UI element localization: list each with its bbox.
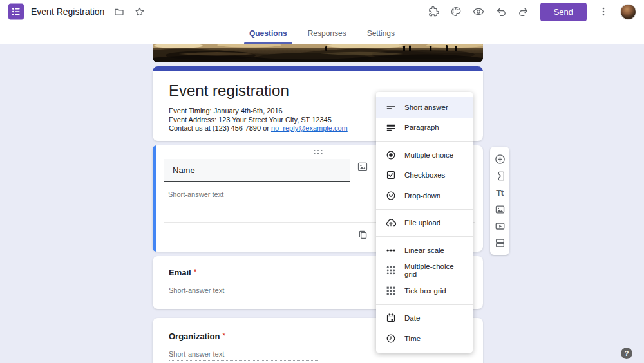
import-questions-icon[interactable]	[494, 170, 506, 182]
paragraph-icon	[386, 122, 396, 133]
menu-divider	[376, 141, 473, 142]
add-question-icon[interactable]	[494, 153, 506, 165]
duplicate-icon[interactable]	[357, 229, 368, 240]
theme-color-bar	[153, 66, 483, 71]
redo-icon[interactable]	[518, 6, 529, 17]
undo-icon[interactable]	[495, 6, 507, 17]
menu-item-label: Paragraph	[404, 124, 439, 131]
menu-item-linear-scale[interactable]: Linear scale	[376, 240, 473, 261]
menu-item-time[interactable]: Time	[376, 328, 473, 349]
menu-item-label: Multiple choice	[404, 151, 453, 159]
preview-eye-icon[interactable]	[473, 6, 484, 17]
menu-item-paragraph[interactable]: Paragraph	[376, 118, 473, 138]
menu-divider	[376, 304, 473, 305]
menu-item-multiple-choice-grid[interactable]: Multiple-choice grid	[376, 261, 473, 281]
folder-icon[interactable]	[113, 6, 125, 17]
answer-underline	[169, 360, 318, 361]
menu-item-short-answer[interactable]: Short answer	[376, 97, 473, 118]
active-question-indicator	[153, 145, 156, 252]
required-asterisk: *	[194, 268, 197, 277]
add-title-description-icon[interactable]: Tt	[494, 187, 506, 198]
menu-divider	[376, 209, 473, 210]
question-label: Email	[169, 268, 191, 277]
add-section-icon[interactable]	[494, 237, 506, 248]
menu-item-label: Multiple-choice grid	[404, 263, 463, 278]
add-image-icon[interactable]	[494, 203, 506, 215]
contact-email-link[interactable]: no_reply@example.com	[271, 124, 348, 132]
top-app-bar: Event Registration	[0, 0, 644, 23]
tab-settings[interactable]: Settings	[359, 23, 402, 44]
time-icon	[386, 333, 396, 344]
menu-item-label: Tick box grid	[404, 287, 446, 295]
question-label: Organization	[169, 331, 220, 341]
add-image-icon[interactable]	[357, 161, 368, 172]
menu-item-label: Linear scale	[404, 247, 444, 254]
addons-puzzle-icon[interactable]	[428, 6, 439, 17]
question-title-input[interactable]: Name	[164, 159, 350, 182]
document-title[interactable]: Event Registration	[31, 6, 104, 17]
menu-item-label: Short answer	[404, 104, 448, 111]
question-type-menu: Short answer Paragraph Multiple choice C…	[376, 92, 473, 353]
drop-down-icon	[386, 191, 396, 201]
menu-item-label: Date	[404, 314, 420, 322]
answer-underline	[168, 201, 317, 201]
tab-responses[interactable]: Responses	[300, 23, 354, 44]
file-upload-icon	[386, 218, 396, 228]
account-avatar[interactable]	[620, 4, 636, 20]
multiple-choice-grid-icon	[386, 265, 396, 275]
help-button[interactable]: ?	[621, 348, 632, 359]
menu-item-checkboxes[interactable]: Checkboxes	[376, 165, 473, 186]
add-video-icon[interactable]	[494, 220, 506, 232]
menu-item-label: Checkboxes	[404, 171, 445, 179]
date-icon	[386, 313, 396, 323]
form-header-image[interactable]	[153, 44, 483, 62]
drag-handle-icon[interactable]	[313, 149, 323, 155]
menu-item-label: Time	[404, 335, 421, 342]
answer-placeholder: Short-answer text	[168, 191, 223, 198]
tick-box-grid-icon	[386, 286, 396, 296]
menu-item-multiple-choice[interactable]: Multiple choice	[376, 145, 473, 165]
menu-item-tick-box-grid[interactable]: Tick box grid	[376, 281, 473, 301]
tab-questions[interactable]: Questions	[242, 23, 295, 44]
multiple-choice-icon	[386, 150, 396, 160]
menu-item-drop-down[interactable]: Drop-down	[376, 185, 473, 206]
tt-glyph: Tt	[496, 188, 504, 198]
theme-palette-icon[interactable]	[450, 6, 462, 17]
form-tabbar: Questions Responses Settings	[0, 23, 644, 44]
menu-item-file-upload[interactable]: File upload	[376, 213, 473, 234]
answer-underline	[169, 297, 318, 297]
linear-scale-icon	[386, 245, 396, 256]
forms-logo-icon[interactable]	[8, 3, 24, 20]
google-forms-editor: Event Registration	[0, 0, 644, 363]
required-asterisk: *	[222, 331, 225, 340]
star-icon[interactable]	[134, 6, 146, 17]
menu-item-label: File upload	[404, 219, 440, 227]
night-street-photo	[153, 44, 483, 62]
floating-action-toolbar: Tt	[490, 147, 509, 255]
menu-item-label: Drop-down	[404, 192, 440, 200]
contact-text: Contact us at (123) 456-7890 or	[169, 124, 271, 132]
short-answer-icon	[386, 102, 396, 113]
send-button[interactable]: Send	[540, 3, 587, 21]
menu-divider	[376, 236, 473, 237]
checkboxes-icon	[386, 170, 396, 180]
more-vertical-icon[interactable]	[598, 6, 609, 17]
menu-item-date[interactable]: Date	[376, 308, 473, 329]
